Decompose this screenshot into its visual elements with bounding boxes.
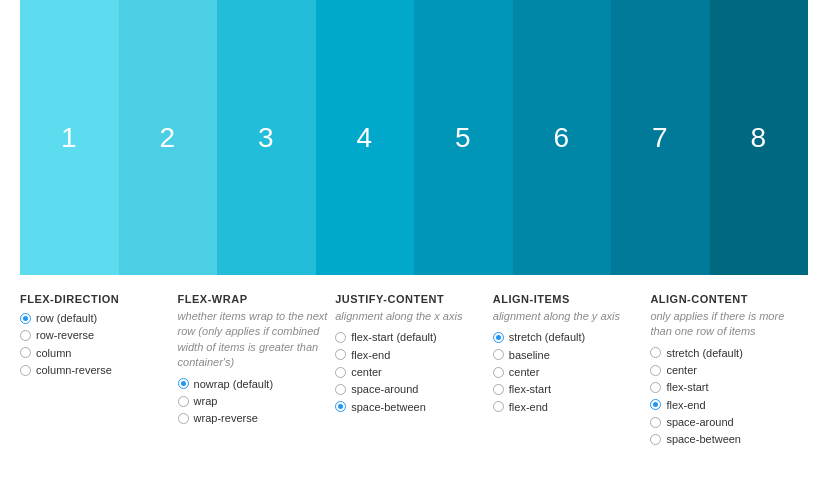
radio-option[interactable]: wrap: [178, 394, 336, 408]
radio-circle-icon: [20, 330, 31, 341]
radio-option[interactable]: column: [20, 346, 178, 360]
radio-circle-icon: [650, 434, 661, 445]
align-content-subtitle: only applies if there is more than one r…: [650, 309, 808, 340]
radio-label: row (default): [36, 311, 97, 325]
flex-wrap-options: nowrap (default)wrapwrap-reverse: [178, 377, 336, 426]
radio-option[interactable]: flex-end: [650, 398, 808, 412]
radio-circle-icon: [493, 332, 504, 343]
radio-circle-icon: [335, 332, 346, 343]
radio-label: flex-end: [351, 348, 390, 362]
radio-option[interactable]: center: [335, 365, 493, 379]
radio-option[interactable]: flex-start: [650, 380, 808, 394]
radio-option[interactable]: flex-end: [493, 400, 651, 414]
radio-circle-icon: [493, 349, 504, 360]
radio-label: column-reverse: [36, 363, 112, 377]
radio-option[interactable]: row (default): [20, 311, 178, 325]
flex-wrap-title: FLEX-WRAP: [178, 293, 336, 305]
radio-option[interactable]: row-reverse: [20, 328, 178, 342]
radio-option[interactable]: stretch (default): [650, 346, 808, 360]
radio-label: center: [509, 365, 540, 379]
color-column-5: 5: [414, 0, 513, 275]
radio-label: flex-start (default): [351, 330, 437, 344]
color-bar: 12345678: [0, 0, 828, 275]
radio-circle-icon: [493, 401, 504, 412]
radio-circle-icon: [493, 384, 504, 395]
justify-content-subtitle: alignment along the x axis: [335, 309, 493, 324]
align-items-options: stretch (default)baselinecenterflex-star…: [493, 330, 651, 413]
radio-label: row-reverse: [36, 328, 94, 342]
color-column-7: 7: [611, 0, 710, 275]
radio-label: flex-start: [509, 382, 551, 396]
radio-option[interactable]: baseline: [493, 348, 651, 362]
flex-wrap-group: FLEX-WRAP whether items wrap to the next…: [178, 293, 336, 450]
radio-circle-icon: [335, 349, 346, 360]
radio-label: space-around: [666, 415, 733, 429]
radio-option[interactable]: flex-start (default): [335, 330, 493, 344]
color-column-6: 6: [513, 0, 612, 275]
radio-label: flex-end: [666, 398, 705, 412]
radio-circle-icon: [178, 378, 189, 389]
flex-wrap-subtitle: whether items wrap to the next row (only…: [178, 309, 336, 371]
radio-circle-icon: [650, 417, 661, 428]
radio-label: stretch (default): [666, 346, 742, 360]
flex-direction-group: FLEX-DIRECTION row (default)row-reversec…: [20, 293, 178, 450]
color-column-2: 2: [119, 0, 218, 275]
radio-circle-icon: [20, 313, 31, 324]
color-column-4: 4: [316, 0, 415, 275]
radio-circle-icon: [178, 396, 189, 407]
align-content-group: ALIGN-CONTENT only applies if there is m…: [650, 293, 808, 450]
flex-direction-title: FLEX-DIRECTION: [20, 293, 178, 305]
radio-circle-icon: [20, 347, 31, 358]
radio-label: space-between: [351, 400, 426, 414]
radio-label: baseline: [509, 348, 550, 362]
radio-circle-icon: [335, 367, 346, 378]
radio-option[interactable]: center: [650, 363, 808, 377]
radio-option[interactable]: space-around: [650, 415, 808, 429]
radio-option[interactable]: flex-end: [335, 348, 493, 362]
justify-content-group: JUSTIFY-CONTENT alignment along the x ax…: [335, 293, 493, 450]
radio-label: wrap-reverse: [194, 411, 258, 425]
color-column-3: 3: [217, 0, 316, 275]
color-column-8: 8: [710, 0, 809, 275]
radio-label: stretch (default): [509, 330, 585, 344]
radio-circle-icon: [650, 347, 661, 358]
radio-label: flex-end: [509, 400, 548, 414]
controls-section: FLEX-DIRECTION row (default)row-reversec…: [0, 275, 828, 460]
radio-circle-icon: [650, 382, 661, 393]
flex-direction-options: row (default)row-reversecolumncolumn-rev…: [20, 311, 178, 377]
radio-label: center: [351, 365, 382, 379]
radio-option[interactable]: nowrap (default): [178, 377, 336, 391]
radio-circle-icon: [335, 401, 346, 412]
radio-option[interactable]: flex-start: [493, 382, 651, 396]
radio-circle-icon: [650, 399, 661, 410]
radio-label: space-around: [351, 382, 418, 396]
radio-label: flex-start: [666, 380, 708, 394]
radio-option[interactable]: space-between: [335, 400, 493, 414]
align-content-title: ALIGN-CONTENT: [650, 293, 808, 305]
color-column-1: 1: [20, 0, 119, 275]
justify-content-title: JUSTIFY-CONTENT: [335, 293, 493, 305]
radio-circle-icon: [493, 367, 504, 378]
radio-circle-icon: [335, 384, 346, 395]
align-content-options: stretch (default)centerflex-startflex-en…: [650, 346, 808, 447]
radio-label: nowrap (default): [194, 377, 274, 391]
align-items-title: ALIGN-ITEMS: [493, 293, 651, 305]
radio-label: column: [36, 346, 71, 360]
radio-option[interactable]: space-between: [650, 432, 808, 446]
radio-circle-icon: [178, 413, 189, 424]
radio-circle-icon: [650, 365, 661, 376]
radio-label: wrap: [194, 394, 218, 408]
radio-option[interactable]: space-around: [335, 382, 493, 396]
radio-option[interactable]: column-reverse: [20, 363, 178, 377]
radio-option[interactable]: stretch (default): [493, 330, 651, 344]
align-items-group: ALIGN-ITEMS alignment along the y axis s…: [493, 293, 651, 450]
justify-content-options: flex-start (default)flex-endcenterspace-…: [335, 330, 493, 413]
radio-label: space-between: [666, 432, 741, 446]
radio-option[interactable]: center: [493, 365, 651, 379]
align-items-subtitle: alignment along the y axis: [493, 309, 651, 324]
radio-label: center: [666, 363, 697, 377]
radio-option[interactable]: wrap-reverse: [178, 411, 336, 425]
radio-circle-icon: [20, 365, 31, 376]
